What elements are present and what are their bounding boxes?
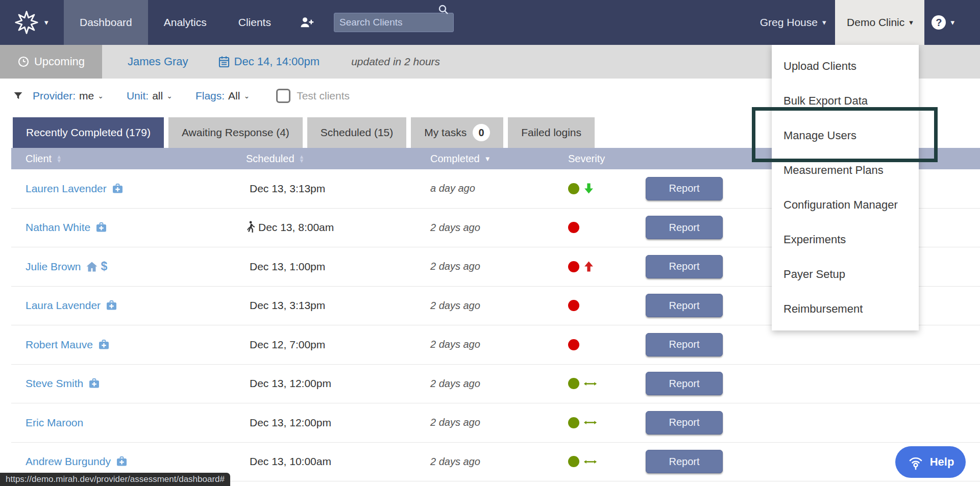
client-link[interactable]: Nathan White [26, 221, 90, 234]
chevron-down-icon: ▾ [909, 18, 913, 27]
clinic-dropdown-item[interactable]: Experiments [772, 222, 919, 257]
tab[interactable]: Awaiting Response (4) [168, 117, 303, 148]
client-icons: $ [86, 260, 108, 273]
clinic-dropdown-item[interactable]: Upload Clients [772, 49, 919, 84]
client-link[interactable]: Steve Smith [26, 377, 83, 390]
test-clients-toggle[interactable]: Test clients [276, 89, 350, 103]
client-link[interactable]: Laura Lavender [26, 299, 101, 312]
clinic-dropdown-item[interactable]: Manage Users [772, 118, 919, 153]
tab[interactable]: Scheduled (15) [307, 117, 406, 148]
scheduled-text: Dec 13, 12:00pm [250, 417, 331, 429]
tab[interactable]: Failed logins [508, 117, 595, 148]
client-link[interactable]: Lauren Lavender [26, 183, 107, 195]
clinic-dropdown-item[interactable]: Bulk Export Data [772, 84, 919, 118]
severity-cell [558, 417, 646, 428]
upcoming-datetime[interactable]: Dec 14, 14:00pm [218, 55, 320, 68]
trend-flat-icon [583, 457, 597, 466]
report-button[interactable]: Report [646, 372, 723, 395]
client-link[interactable]: Eric Maroon [26, 417, 83, 429]
trend-flat-icon [583, 418, 597, 427]
trend-down-icon [583, 183, 594, 194]
client-link[interactable]: Julie Brown [26, 261, 81, 273]
tab[interactable]: Recently Completed (179) [13, 117, 164, 148]
upcoming-client-link[interactable]: James Gray [128, 55, 188, 68]
nav-item-clients[interactable]: Clients [223, 0, 287, 45]
severity-cell [558, 222, 646, 233]
report-button[interactable]: Report [646, 255, 723, 278]
medical-kit-icon [115, 455, 128, 468]
completed-cell: a day ago [420, 183, 558, 194]
report-button[interactable]: Report [646, 333, 723, 356]
flags-filter[interactable]: Flags: All ⌄ [195, 90, 250, 102]
medical-kit-icon [105, 299, 118, 312]
unit-filter[interactable]: Unit: all ⌄ [127, 90, 173, 102]
scheduled-cell: Dec 12, 7:00pm [235, 339, 420, 351]
severity-cell [558, 261, 646, 272]
sort-icon[interactable]: ▲▼ [299, 155, 305, 163]
help-menu[interactable]: ? ▾ [924, 0, 980, 45]
client-link[interactable]: Andrew Burgundy [26, 455, 111, 468]
scheduled-cell: Dec 13, 8:00am [235, 221, 420, 234]
severity-cell [558, 339, 646, 350]
chevron-down-icon: ▾ [950, 18, 954, 27]
unit-filter-label: Unit: [127, 90, 149, 102]
clinic-dropdown-menu: Upload Clients Bulk Export Data Manage U… [772, 45, 919, 330]
search-clients-input[interactable] [334, 13, 454, 32]
nav-item-analytics[interactable]: Analytics [148, 0, 223, 45]
provider-filter[interactable]: Provider: me ⌄ [33, 90, 104, 102]
flags-filter-value: All [228, 90, 240, 102]
trend-flat-icon [583, 379, 597, 388]
client-icons [111, 183, 124, 195]
walking-icon-slot [246, 221, 255, 234]
severity-trend-slot [583, 261, 594, 272]
severity-dot [568, 183, 579, 194]
clinic-dropdown-item[interactable]: Measurement Plans [772, 153, 919, 188]
walking-person-icon [246, 221, 255, 234]
scheduled-text: Dec 12, 7:00pm [250, 339, 325, 351]
severity-trend-slot [583, 183, 594, 194]
calendar-icon [218, 55, 230, 68]
report-button[interactable]: Report [646, 294, 723, 317]
sort-desc-icon[interactable]: ▼ [484, 155, 491, 163]
chevron-down-icon: ⌄ [166, 92, 173, 100]
severity-dot [568, 417, 579, 428]
col-header-client: Client [26, 153, 52, 165]
clinic-dropdown-item[interactable]: Configuration Manager [772, 188, 919, 222]
upcoming-label: Upcoming [34, 55, 85, 68]
scheduled-cell: Dec 13, 12:00pm [235, 377, 420, 390]
search-icon[interactable] [438, 4, 449, 15]
nav-item-dashboard[interactable]: Dashboard [64, 0, 148, 45]
updated-note: updated in 2 hours [351, 56, 440, 68]
test-clients-label: Test clients [297, 90, 350, 102]
user-menu[interactable]: Greg House ▾ [760, 0, 826, 45]
upcoming-toggle[interactable]: Upcoming [0, 45, 102, 79]
report-button[interactable]: Report [646, 450, 723, 473]
report-button[interactable]: Report [646, 411, 723, 434]
severity-cell [558, 378, 646, 389]
tab[interactable]: My tasks0 [411, 117, 503, 148]
add-client-button[interactable] [287, 0, 327, 45]
clinic-menu[interactable]: Demo Clinic ▾ [835, 0, 924, 45]
sort-icon[interactable]: ▲▼ [56, 155, 62, 163]
clinic-menu-label: Demo Clinic [847, 16, 904, 29]
help-button[interactable]: Help [895, 446, 966, 478]
brand-menu[interactable]: ▾ [0, 0, 64, 45]
report-button[interactable]: Report [646, 177, 723, 200]
report-button[interactable]: Report [646, 216, 723, 239]
test-clients-checkbox[interactable] [276, 89, 290, 103]
client-icons [97, 339, 110, 351]
clinic-dropdown-item[interactable]: Payer Setup [772, 257, 919, 292]
scheduled-text: Dec 13, 12:00pm [250, 377, 331, 390]
person-add-icon [299, 16, 314, 29]
scheduled-cell: Dec 13, 1:00pm [235, 261, 420, 273]
scheduled-cell: Dec 13, 12:00pm [235, 417, 420, 429]
severity-dot [568, 378, 579, 389]
completed-cell: 2 days ago [420, 261, 558, 272]
client-link[interactable]: Robert Mauve [26, 339, 93, 351]
medical-kit-icon [111, 183, 124, 195]
clinic-dropdown-item[interactable]: Reimbursement [772, 292, 919, 326]
scheduled-cell: Dec 13, 10:00am [235, 455, 420, 468]
medical-kit-icon [95, 221, 108, 234]
flags-filter-label: Flags: [195, 90, 225, 102]
scheduled-cell: Dec 13, 3:13pm [235, 299, 420, 312]
